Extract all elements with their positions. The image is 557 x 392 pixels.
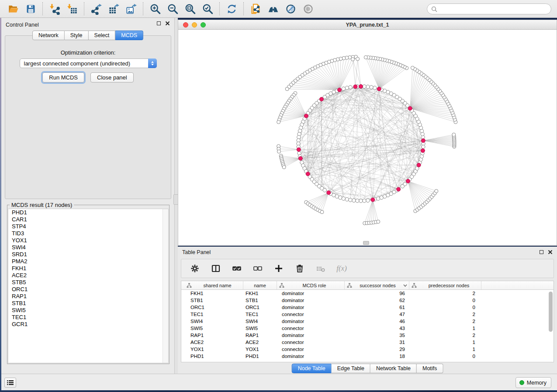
network-node[interactable] — [403, 182, 407, 186]
mcds-result-item[interactable]: RAP1 — [8, 293, 168, 300]
table-row[interactable]: PHD1PHD1dominator180 — [181, 353, 554, 360]
mcds-result-item[interactable]: ACE2 — [8, 272, 168, 279]
network-node[interactable] — [282, 165, 286, 169]
export-image-icon[interactable] — [122, 1, 140, 16]
first-neighbors-icon[interactable] — [264, 1, 282, 16]
network-hub-node[interactable] — [408, 107, 412, 110]
float-table-panel-icon[interactable] — [540, 250, 543, 254]
mcds-result-item[interactable]: CAR1 — [8, 216, 168, 223]
tab-motifs[interactable]: Motifs — [417, 364, 443, 373]
network-node[interactable] — [364, 55, 367, 59]
network-hub-node[interactable] — [397, 187, 401, 191]
table-scrollbar-thumb[interactable] — [549, 292, 553, 332]
table-settings-icon[interactable] — [187, 261, 202, 276]
mcds-result-item[interactable]: ORC1 — [8, 286, 168, 293]
show-columns-icon[interactable] — [208, 261, 223, 276]
network-node[interactable] — [277, 150, 281, 153]
network-hub-node[interactable] — [304, 114, 308, 118]
mcds-result-list[interactable]: PHD1CAR1STP4TID3YOX1SWI4SRD1PMA2FKH1ACE2… — [8, 209, 169, 363]
network-hub-node[interactable] — [353, 85, 357, 89]
column-header-name[interactable]: name — [243, 281, 277, 289]
mcds-result-item[interactable]: FKH1 — [8, 265, 168, 272]
network-node[interactable] — [452, 133, 456, 137]
mcds-result-item[interactable]: PMA2 — [8, 258, 168, 265]
close-panel-icon[interactable] — [165, 21, 170, 26]
run-mcds-button[interactable]: Run MCDS — [42, 72, 84, 83]
memory-button[interactable]: Memory — [515, 377, 551, 388]
close-panel-button[interactable]: Close panel — [90, 72, 134, 83]
network-node[interactable] — [285, 87, 289, 91]
network-node[interactable] — [277, 120, 280, 124]
tab-select[interactable]: Select — [89, 31, 116, 40]
network-node[interactable] — [345, 86, 349, 89]
list-scrollbar[interactable] — [163, 209, 168, 363]
table-row[interactable]: SWI5SWI5connector431 — [181, 325, 554, 332]
network-hub-node[interactable] — [371, 198, 375, 202]
mcds-result-item[interactable]: TID3 — [8, 230, 168, 237]
vertical-splitter[interactable] — [175, 18, 178, 374]
column-header-predecessor-nodes[interactable]: predecessor nodes — [409, 281, 481, 289]
network-node[interactable] — [349, 198, 352, 202]
mcds-result-item[interactable]: STB5 — [8, 279, 168, 286]
window-zoom-button[interactable] — [201, 22, 206, 28]
new-network-from-selection-icon[interactable] — [247, 1, 264, 16]
network-node[interactable] — [359, 199, 363, 203]
network-node[interactable] — [345, 198, 349, 201]
mcds-result-item[interactable]: SWI5 — [8, 307, 168, 314]
table-row[interactable]: ORC1ORC1dominator610 — [181, 304, 554, 311]
zoom-out-icon[interactable] — [164, 1, 181, 16]
select-all-rows-icon[interactable] — [229, 261, 244, 276]
export-network-icon[interactable] — [87, 1, 105, 16]
mcds-result-item[interactable]: SRD1 — [8, 251, 168, 258]
mcds-result-item[interactable]: YOX1 — [8, 237, 168, 244]
refresh-layout-icon[interactable] — [223, 1, 240, 16]
network-hub-node[interactable] — [327, 191, 331, 195]
table-row[interactable]: STB1STB1dominator620 — [181, 297, 554, 304]
network-node[interactable] — [376, 197, 380, 200]
network-node[interactable] — [323, 189, 326, 192]
table-row[interactable]: SWI4SWI4dominator462 — [181, 318, 554, 325]
optimization-criterion-select[interactable]: largest connected component (undirected) — [20, 58, 157, 68]
network-node[interactable] — [370, 86, 373, 89]
mcds-result-item[interactable]: GCR1 — [8, 321, 168, 328]
mcds-result-item[interactable]: STP4 — [8, 223, 168, 230]
mcds-result-item[interactable]: TEC1 — [8, 314, 168, 321]
network-node[interactable] — [342, 87, 345, 90]
search-input[interactable] — [440, 6, 547, 12]
network-node[interactable] — [342, 197, 345, 200]
network-node[interactable] — [366, 85, 370, 89]
hide-selected-icon[interactable] — [282, 1, 299, 16]
network-node[interactable] — [366, 199, 370, 202]
tab-edge-table[interactable]: Edge Table — [332, 364, 370, 373]
network-node[interactable] — [363, 199, 366, 203]
network-node[interactable] — [349, 86, 352, 89]
column-header-shared-name[interactable]: shared name — [184, 281, 243, 289]
network-hub-node[interactable] — [406, 179, 410, 183]
network-node[interactable] — [363, 85, 366, 88]
tab-style[interactable]: Style — [65, 31, 89, 40]
float-panel-icon[interactable] — [157, 21, 161, 25]
zoom-selected-icon[interactable] — [199, 1, 216, 16]
task-history-button[interactable] — [4, 378, 16, 388]
table-row[interactable]: FKH1FKH1dominator962 — [181, 290, 554, 297]
network-node[interactable] — [356, 199, 359, 203]
window-minimize-button[interactable] — [192, 22, 197, 28]
network-canvas[interactable] — [178, 30, 557, 245]
export-table-icon[interactable] — [105, 1, 122, 16]
import-table-icon[interactable] — [63, 1, 81, 16]
tab-mcds[interactable]: MCDS — [115, 31, 143, 40]
network-node[interactable] — [435, 189, 438, 193]
table-row[interactable]: TEC1TEC1connector472 — [181, 311, 554, 318]
table-row[interactable]: YOX1YOX1connector291 — [181, 346, 554, 353]
search-box[interactable] — [427, 3, 551, 14]
network-hub-node[interactable] — [377, 87, 381, 91]
deselect-all-rows-icon[interactable] — [250, 261, 265, 276]
mcds-result-item[interactable]: STB1 — [8, 300, 168, 307]
network-node[interactable] — [351, 58, 355, 61]
network-node[interactable] — [411, 66, 414, 69]
column-header-successor-nodes[interactable]: successor nodes — [345, 281, 409, 289]
network-window-titlebar[interactable]: YPA_prune.txt_1 — [178, 20, 557, 30]
mcds-result-item[interactable]: SWI4 — [8, 244, 168, 251]
network-node[interactable] — [422, 145, 425, 148]
network-hub-node[interactable] — [417, 163, 421, 167]
